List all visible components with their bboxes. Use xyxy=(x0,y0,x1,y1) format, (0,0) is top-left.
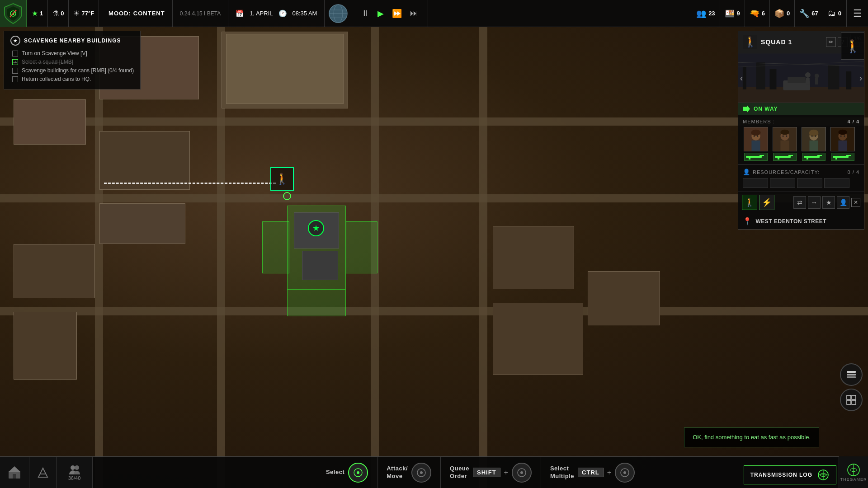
task-1-text: Turn on Scavenge View [V] xyxy=(22,50,87,56)
tools-value: 67 xyxy=(811,10,818,17)
svg-point-78 xyxy=(520,471,523,474)
svg-point-72 xyxy=(75,465,79,470)
misc-icon: 🗂 xyxy=(828,9,836,18)
flask-icon: ⚗ xyxy=(52,9,59,18)
portrait-img-2[interactable] xyxy=(773,127,797,151)
member-portraits-row xyxy=(743,127,859,161)
svg-text:★: ★ xyxy=(12,12,15,16)
svg-rect-20 xyxy=(806,78,810,85)
resource-tools: 🔧 67 xyxy=(795,0,823,27)
road xyxy=(479,27,487,488)
mood-display: MOOD: CONTENT xyxy=(99,0,173,27)
members-label: MEMBERS : 4 / 4 xyxy=(743,119,859,124)
fastest-button[interactable]: ⏭ xyxy=(408,8,420,19)
select-command: Select xyxy=(317,457,377,488)
checkbox-3[interactable] xyxy=(12,68,18,74)
select-circle[interactable] xyxy=(348,463,368,483)
top-stat-temp: ☀ 77°F xyxy=(69,0,99,27)
svg-point-74 xyxy=(357,471,359,474)
date-value: 1, APRIL xyxy=(250,10,273,17)
portrait-img-4[interactable] xyxy=(830,127,855,151)
playback-controls: ⏸ ▶ ⏩ ⏭ xyxy=(352,0,428,27)
fast-forward-button[interactable]: ⏩ xyxy=(390,8,404,19)
svg-point-80 xyxy=(623,471,626,474)
squad-edit-button[interactable]: ✏ xyxy=(826,37,836,47)
queue-order-circle[interactable] xyxy=(512,463,532,483)
task-item-3: Scavenge buildings for cans [RMB] (0/4 f… xyxy=(10,67,134,74)
select-multiple-circle[interactable] xyxy=(615,463,635,483)
svg-rect-12 xyxy=(770,69,777,89)
svg-point-36 xyxy=(783,136,784,137)
svg-rect-62 xyxy=(847,395,851,399)
member-1 xyxy=(743,127,769,161)
squad-unit[interactable]: 🚶 xyxy=(270,167,294,191)
resources-count: 0 / 4 xyxy=(848,169,859,175)
pause-button[interactable]: ⏸ xyxy=(359,8,372,19)
road xyxy=(0,307,868,315)
svg-rect-13 xyxy=(828,65,840,89)
shield-logo: ★ xyxy=(0,0,27,27)
shift-key-badge: SHIFT xyxy=(473,468,500,477)
move-action-button[interactable]: 🚶 xyxy=(742,195,757,210)
member-4 xyxy=(830,127,856,161)
checkbox-1[interactable] xyxy=(12,51,18,56)
clock-icon: 🕐 xyxy=(278,9,287,18)
weapons-icon: 🔫 xyxy=(750,9,760,19)
svg-rect-58 xyxy=(835,158,837,160)
target-building-2 xyxy=(302,251,338,280)
delete-squad-button[interactable]: ✕ xyxy=(851,198,860,207)
squad-panel: 🚶 SQUAD 1 ✏ ? ✕ ‹ xyxy=(738,31,864,230)
svg-rect-11 xyxy=(756,62,765,89)
play-button[interactable]: ▶ xyxy=(375,8,386,19)
globe[interactable] xyxy=(325,0,352,27)
calendar-icon: 📅 xyxy=(236,9,244,18)
population-button[interactable]: 36/40 xyxy=(57,457,93,488)
menu-button[interactable]: ☰ xyxy=(846,0,868,27)
select-multiple-label: SelectMultiple xyxy=(550,465,574,480)
version-label: 0.24.4.15 I BETA xyxy=(173,0,229,27)
disband-action-button[interactable]: 👤 xyxy=(837,196,849,209)
building xyxy=(588,271,660,325)
pin-action-button[interactable]: ↔ xyxy=(808,196,821,209)
svg-rect-39 xyxy=(788,155,793,156)
attack-move-circle[interactable] xyxy=(411,463,431,483)
grid-button[interactable] xyxy=(840,389,863,411)
squad-prev-button[interactable]: ‹ xyxy=(738,72,745,85)
svg-point-46 xyxy=(815,136,816,137)
mood-value: CONTENT xyxy=(133,10,165,17)
svg-point-55 xyxy=(844,136,845,137)
highlight-right xyxy=(346,221,377,273)
checkbox-4[interactable] xyxy=(12,76,18,82)
location-row: 📍 WEST EDENTON STREET xyxy=(738,213,864,229)
svg-rect-30 xyxy=(760,155,764,156)
chat-bubble: OK, find something to eat as fast as pos… xyxy=(684,427,819,447)
checkbox-2[interactable]: ✓ xyxy=(12,59,18,65)
resource-food: 🍱 9 xyxy=(720,0,745,27)
svg-rect-48 xyxy=(817,155,822,156)
transmission-log-button[interactable]: TRANSMISSION LOG xyxy=(744,465,836,484)
resource-materials: 📦 0 xyxy=(770,0,795,27)
task-title-text: SCAVENGE NEARBY BUILDINGS xyxy=(24,38,121,44)
transmission-label: TRANSMISSION LOG xyxy=(750,472,812,478)
portrait-img-1[interactable] xyxy=(744,127,768,151)
portrait-img-3[interactable] xyxy=(802,127,826,151)
attack-action-button[interactable]: ⚡ xyxy=(759,195,774,210)
svg-rect-64 xyxy=(847,400,851,404)
star-action-button[interactable]: ★ xyxy=(822,196,835,209)
svg-point-37 xyxy=(786,136,787,137)
building xyxy=(493,303,583,375)
layers-button[interactable] xyxy=(840,363,863,386)
squad-next-button[interactable]: › xyxy=(858,72,864,85)
attack-move-label: Attack/Move xyxy=(387,465,408,480)
command-button[interactable] xyxy=(29,457,57,488)
svg-rect-38 xyxy=(775,156,791,158)
members-count: 4 / 4 xyxy=(848,119,859,124)
hq-button[interactable] xyxy=(0,457,29,488)
task-2-text: Select a squad [LMB] xyxy=(22,59,73,65)
svg-point-19 xyxy=(805,72,811,78)
population-count: 36/40 xyxy=(68,475,81,481)
squad-waypoint xyxy=(283,192,291,200)
squad-status-bar: ON WAY xyxy=(738,103,864,115)
swap-action-button[interactable]: ⇄ xyxy=(793,196,806,209)
svg-rect-26 xyxy=(751,141,760,151)
